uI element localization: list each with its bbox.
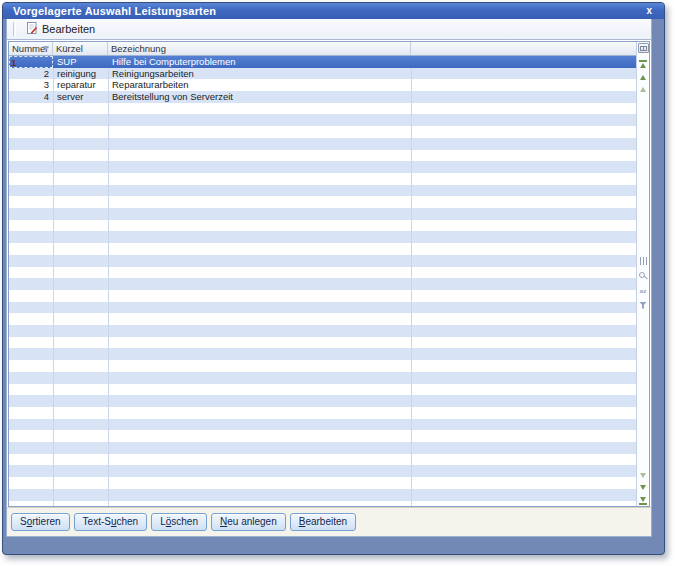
filter-icon[interactable] bbox=[639, 302, 647, 309]
table-row[interactable]: 3 reparatur Reparaturarbeiten bbox=[9, 79, 636, 91]
table-row[interactable]: 2 reinigung Reinigungsarbeiten bbox=[9, 68, 636, 80]
cell-nummer[interactable]: 3 bbox=[9, 79, 53, 91]
sortieren-button[interactable]: Sortieren bbox=[11, 513, 70, 531]
toolbar: Bearbeiten bbox=[7, 19, 651, 40]
loeschen-button[interactable]: Löschen bbox=[151, 513, 207, 531]
column-header-kuerzel[interactable]: Kürzel bbox=[53, 42, 108, 55]
sort-az-icon[interactable]: az bbox=[640, 288, 646, 295]
nav-top-group bbox=[638, 43, 649, 92]
column-header-empty[interactable] bbox=[411, 42, 636, 55]
column-header-label: Bezeichnung bbox=[111, 43, 166, 54]
grid-table: Nummer Kürzel Bezeichnung bbox=[9, 42, 636, 506]
toolbar-edit-button[interactable]: Bearbeiten bbox=[21, 21, 100, 37]
window-frame: Bearbeiten Nummer Kürzel bbox=[3, 19, 664, 554]
page-down-icon[interactable] bbox=[640, 473, 646, 478]
dialog-window: Vorgelagerte Auswahl Leistungsarten x bbox=[2, 2, 665, 555]
button-label: S bbox=[20, 516, 27, 527]
cell-empty[interactable] bbox=[411, 68, 636, 80]
grid-rows: 1 SUP Hilfe bei Computerproblemen 2 rein… bbox=[9, 56, 636, 103]
nav-bottom-group bbox=[639, 473, 647, 505]
column-divider bbox=[411, 56, 412, 506]
client-area: Bearbeiten Nummer Kürzel bbox=[6, 19, 652, 537]
sort-desc-icon bbox=[43, 46, 49, 50]
titlebar[interactable]: Vorgelagerte Auswahl Leistungsarten x bbox=[3, 3, 664, 19]
button-label: earbeiten bbox=[305, 516, 347, 527]
button-bar: Sortieren Text-Suchen Löschen Neu anlege… bbox=[7, 507, 651, 536]
grid-header-row: Nummer Kürzel Bezeichnung bbox=[9, 42, 636, 56]
scroll-up-icon[interactable] bbox=[640, 75, 646, 80]
cell-kuerzel[interactable]: SUP bbox=[53, 56, 108, 68]
grid-side-strip: az bbox=[636, 42, 649, 506]
column-divider bbox=[53, 56, 54, 506]
cell-bezeichnung[interactable]: Hilfe bei Computerproblemen bbox=[108, 56, 411, 68]
columns-icon[interactable] bbox=[640, 257, 647, 265]
bearbeiten-button[interactable]: Bearbeiten bbox=[290, 513, 356, 531]
scroll-top-icon[interactable] bbox=[639, 60, 647, 68]
table-row-selected[interactable]: 1 SUP Hilfe bei Computerproblemen bbox=[9, 56, 636, 68]
data-grid: Nummer Kürzel Bezeichnung bbox=[8, 41, 650, 507]
button-label: schen bbox=[171, 516, 198, 527]
cell-kuerzel[interactable]: reinigung bbox=[53, 68, 108, 80]
cell-kuerzel[interactable]: server bbox=[53, 91, 108, 103]
search-icon[interactable] bbox=[639, 272, 648, 281]
window-title: Vorgelagerte Auswahl Leistungsarten bbox=[13, 5, 216, 17]
desktop-background: Vorgelagerte Auswahl Leistungsarten x bbox=[0, 0, 677, 566]
button-label: chen bbox=[117, 516, 139, 527]
column-chooser-icon[interactable] bbox=[638, 43, 649, 53]
cell-bezeichnung[interactable]: Reparaturarbeiten bbox=[108, 79, 411, 91]
cell-kuerzel[interactable]: reparatur bbox=[53, 79, 108, 91]
cell-bezeichnung[interactable]: Reinigungsarbeiten bbox=[108, 68, 411, 80]
scroll-down-icon[interactable] bbox=[640, 485, 646, 490]
column-header-nummer[interactable]: Nummer bbox=[9, 42, 53, 55]
button-label: eu anlegen bbox=[227, 516, 277, 527]
column-header-label: Kürzel bbox=[56, 43, 83, 54]
button-label: rtieren bbox=[32, 516, 60, 527]
cell-nummer[interactable]: 4 bbox=[9, 91, 53, 103]
cell-nummer[interactable]: 1 bbox=[9, 56, 53, 68]
button-label: Text-S bbox=[83, 516, 111, 527]
table-row[interactable]: 4 server Bereitstellung von Serverzeit bbox=[9, 91, 636, 103]
toolbar-separator bbox=[13, 22, 16, 36]
cell-bezeichnung[interactable]: Bereitstellung von Serverzeit bbox=[108, 91, 411, 103]
cell-empty[interactable] bbox=[411, 91, 636, 103]
grid-body[interactable]: 1 SUP Hilfe bei Computerproblemen 2 rein… bbox=[9, 56, 636, 506]
nav-middle-group: az bbox=[639, 257, 648, 309]
toolbar-edit-label: Bearbeiten bbox=[42, 23, 95, 35]
neu-anlegen-button[interactable]: Neu anlegen bbox=[211, 513, 286, 531]
column-divider bbox=[108, 56, 109, 506]
cell-empty[interactable] bbox=[411, 79, 636, 91]
text-suchen-button[interactable]: Text-Suchen bbox=[74, 513, 148, 531]
cell-empty[interactable] bbox=[411, 56, 636, 68]
column-header-bezeichnung[interactable]: Bezeichnung bbox=[108, 42, 411, 55]
scroll-bottom-icon[interactable] bbox=[639, 497, 647, 505]
cell-nummer[interactable]: 2 bbox=[9, 68, 53, 80]
page-up-icon[interactable] bbox=[640, 87, 646, 92]
close-button[interactable]: x bbox=[644, 3, 654, 18]
edit-document-icon bbox=[26, 22, 38, 36]
